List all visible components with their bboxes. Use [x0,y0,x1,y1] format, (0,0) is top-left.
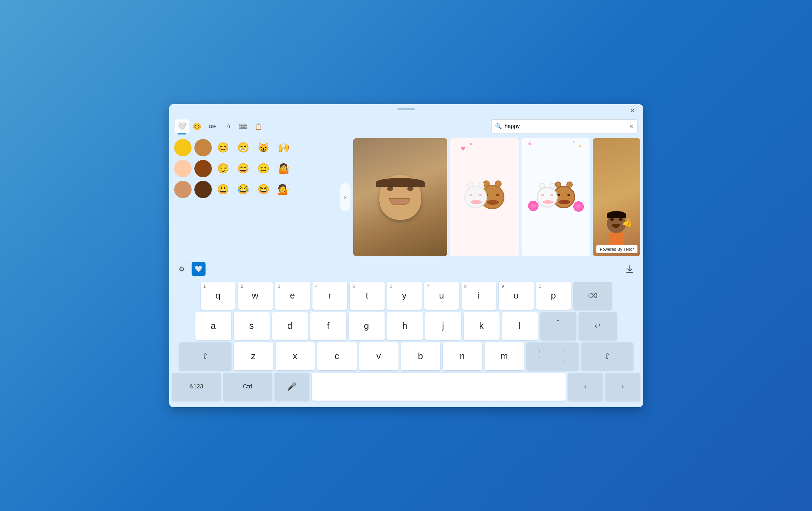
key-a[interactable]: a [195,312,231,340]
emoji-grin[interactable]: 😄 [235,160,252,177]
download-button[interactable] [622,261,637,277]
key-o[interactable]: 9 o [499,282,534,310]
top-section: 🤍 😊 GIF ;-) ⌨ 📋 🔍 ✕ [169,117,643,136]
key-arrow-left[interactable]: ‹ [568,373,603,401]
gif-images: ♥ ♥ [353,138,640,256]
emoji-rofl[interactable]: 😆 [255,181,272,198]
key-r[interactable]: 4 r [312,282,347,310]
skin-tone-row-3: 😃 😂 😆 💁 [174,181,335,198]
key-e[interactable]: 3 e [275,282,310,310]
keyboard-row-1: 1 q 2 w 3 e 4 r 5 t 6 y [172,282,640,310]
color-yellow[interactable] [174,139,192,156]
key-enter[interactable]: ↵ [579,312,617,340]
tab-clipboard[interactable]: 📋 [252,119,265,133]
emoji-person-tipping-hand[interactable]: 💁 [275,181,293,198]
key-symbols[interactable]: &123 [172,373,221,401]
gif-baby[interactable] [353,138,448,256]
key-b[interactable]: b [401,342,440,370]
bottom-bar: ⚙ 🤍 [169,259,643,279]
content-area: 😊 😁 😸 🙌 😌 😄 😐 🤷 😃 😂 😆 � [169,136,643,259]
key-p[interactable]: 0 p [536,282,571,310]
key-backspace[interactable]: ⌫ [573,282,612,310]
key-w[interactable]: 2 w [238,282,273,310]
emoji-raising-hands[interactable]: 🙌 [275,139,293,156]
powered-by-tenor: Powered By Tenor [596,245,637,253]
skin-tone-row-1: 😊 😁 😸 🙌 [174,139,335,156]
tab-kaomoji[interactable]: 🤍 [175,119,189,133]
gif-bears2[interactable] [521,138,590,256]
keyboard-area: 1 q 2 w 3 e 4 r 5 t 6 y [169,279,643,407]
emoji-neutral[interactable]: 😐 [255,160,272,177]
emoji-shrug[interactable]: 🤷 [275,160,293,177]
bottom-right [622,261,637,277]
emoji-panel: 😊 😁 😸 🙌 😌 😄 😐 🤷 😃 😂 😆 � [169,136,340,259]
emoji-cat[interactable]: 😸 [255,139,272,156]
gif-nav-prev[interactable]: › [340,183,350,211]
search-input[interactable] [505,123,626,130]
keyboard-row-4: &123 Ctrl 🎤 ‹ › [172,373,640,401]
key-q[interactable]: 1 q [201,282,235,310]
key-arrow-right[interactable]: › [605,373,640,401]
close-button[interactable]: ✕ [628,106,637,116]
key-microphone[interactable]: 🎤 [274,373,309,401]
key-f[interactable]: f [310,312,346,340]
search-bar: 🔍 ✕ [491,119,637,133]
keyboard-row-2: a s d f g h j k l " . , ↵ [172,312,640,340]
tab-gif[interactable]: GIF [206,119,219,133]
gif-panel: › [340,136,643,259]
emoji-joy[interactable]: 😂 [235,181,252,198]
key-j[interactable]: j [425,312,461,340]
key-period-comma[interactable]: " . , [540,312,576,340]
tab-ascii[interactable]: ;-) [221,119,235,133]
emoji-grinning[interactable]: 😊 [215,139,232,156]
key-k[interactable]: k [464,312,500,340]
key-m[interactable]: m [485,342,524,370]
color-light-tan[interactable] [174,181,192,198]
key-shift-right[interactable]: ⇧ [581,342,633,370]
color-light-pink[interactable] [174,160,192,177]
color-tan[interactable] [194,139,212,156]
key-punctuation[interactable]: ;: ,. ! [526,342,579,370]
emoji-smiley[interactable]: 😃 [215,181,232,198]
color-dark-brown[interactable] [194,181,212,198]
key-g[interactable]: g [349,312,385,340]
key-h[interactable]: h [387,312,423,340]
key-d[interactable]: d [272,312,308,340]
key-ctrl[interactable]: Ctrl [223,373,272,401]
keyboard-row-3: ⇧ z x c v b n m ;: ,. ! ⇧ [172,342,640,370]
key-z[interactable]: z [234,342,273,370]
key-s[interactable]: s [234,312,270,340]
color-brown[interactable] [194,160,212,177]
gif-child[interactable]: 👍 Powered By Tenor [593,138,640,256]
key-shift-left[interactable]: ⇧ [179,342,231,370]
skin-tone-row-2: 😌 😄 😐 🤷 [174,160,335,177]
tab-bar: 🤍 😊 GIF ;-) ⌨ 📋 [175,119,487,133]
tab-emoji[interactable]: 😊 [190,119,204,133]
search-clear-button[interactable]: ✕ [629,123,634,130]
key-i[interactable]: 8 i [462,282,496,310]
title-bar: ✕ [169,104,643,117]
key-l[interactable]: l [502,312,538,340]
key-v[interactable]: v [359,342,399,370]
settings-button[interactable]: ⚙ [175,262,189,276]
gif-scroll-area: › [340,136,643,259]
key-u[interactable]: 7 u [424,282,459,310]
favorites-button[interactable]: 🤍 [192,262,206,276]
tab-symbols[interactable]: ⌨ [236,119,250,133]
svg-rect-0 [626,272,633,273]
emoji-relieved[interactable]: 😌 [215,160,232,177]
key-n[interactable]: n [443,342,482,370]
key-c[interactable]: c [317,342,357,370]
key-y[interactable]: 6 y [387,282,422,310]
key-t[interactable]: 5 t [350,282,385,310]
bottom-icons: ⚙ 🤍 [175,262,206,276]
emoji-laughing[interactable]: 😁 [235,139,252,156]
key-x[interactable]: x [276,342,315,370]
drag-handle [397,108,415,110]
search-icon: 🔍 [495,123,502,130]
key-space[interactable] [312,373,566,401]
emoji-panel-window: ✕ 🤍 😊 GIF ;-) ⌨ 📋 🔍 ✕ 😊 😁 😸 [169,104,643,407]
gif-bears1[interactable]: ♥ ♥ [450,138,519,256]
